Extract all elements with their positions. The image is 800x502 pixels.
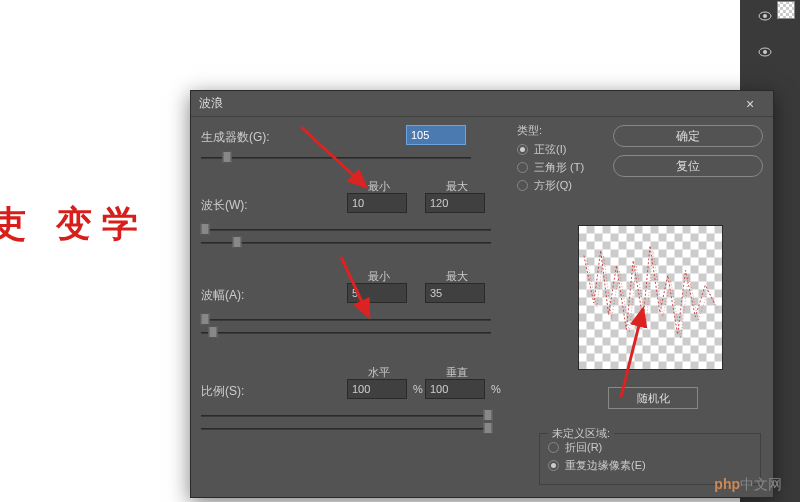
amplitude-min-input[interactable] [347,283,407,303]
generators-slider[interactable] [201,157,471,159]
wavelength-max-label: 最大 [427,179,487,194]
wrap-around-radio[interactable]: 折回(R) [548,440,752,455]
amplitude-max-input[interactable] [425,283,485,303]
scale-label: 比例(S): [201,383,291,400]
scale-v-label: 垂直 [427,365,487,380]
radio-icon [548,442,559,453]
wavelength-slider-bottom[interactable] [201,242,491,244]
randomize-button[interactable]: 随机化 [608,387,698,409]
ok-button[interactable]: 确定 [613,125,763,147]
scale-v-input[interactable] [425,379,485,399]
amplitude-slider-bottom[interactable] [201,332,491,334]
canvas-text: 吏 变学 [0,200,148,249]
repeat-edge-label: 重复边缘像素(E) [565,458,646,473]
repeat-edge-radio[interactable]: 重复边缘像素(E) [548,458,752,473]
wrap-around-label: 折回(R) [565,440,602,455]
generators-label: 生成器数(G): [201,129,291,146]
percent-label: % [413,383,423,395]
amplitude-label: 波幅(A): [201,287,291,304]
scale-h-label: 水平 [349,365,409,380]
layer-thumbnail[interactable] [777,1,795,19]
watermark-cn: 中文网 [740,476,782,492]
wavelength-min-label: 最小 [349,179,409,194]
visibility-icon[interactable] [758,11,772,21]
scale-thumb-h[interactable] [484,409,493,421]
scale-thumb-v[interactable] [484,422,493,434]
generators-input[interactable] [406,125,466,145]
wavelength-max-input[interactable] [425,193,485,213]
radio-icon [517,180,528,191]
reset-button[interactable]: 复位 [613,155,763,177]
radio-icon [517,162,528,173]
amplitude-thumb-min[interactable] [201,313,210,325]
watermark: php中文网 [706,473,790,496]
wavelength-min-input[interactable] [347,193,407,213]
radio-icon [517,144,528,155]
wavelength-slider-top[interactable] [201,229,491,231]
scale-h-input[interactable] [347,379,407,399]
wavelength-thumb-min[interactable] [201,223,210,235]
percent-label: % [491,383,501,395]
dialog-body: 生成器数(G): 最小 最大 波长(W): 最小 最大 波幅(A): 水平 垂直 [191,117,773,497]
svg-point-1 [763,14,767,18]
dialog-titlebar[interactable]: 波浪 × [191,91,773,117]
close-button[interactable]: × [735,94,765,114]
svg-point-3 [763,50,767,54]
amplitude-max-label: 最大 [427,269,487,284]
dialog-title: 波浪 [199,95,735,112]
scale-slider-bottom[interactable] [201,428,491,430]
undefined-legend: 未定义区域: [548,426,614,441]
visibility-icon[interactable] [758,47,772,57]
wavelength-label: 波长(W): [201,197,291,214]
wavelength-thumb-max[interactable] [233,236,242,248]
radio-icon [548,460,559,471]
watermark-php: php [714,476,740,492]
amplitude-min-label: 最小 [349,269,409,284]
preview-box [578,225,723,370]
preview-wave [579,226,722,369]
amplitude-slider-top[interactable] [201,319,491,321]
scale-slider-top[interactable] [201,415,491,417]
wave-dialog: 波浪 × 生成器数(G): 最小 最大 波长(W): 最小 最大 波幅(A): [190,90,774,498]
amplitude-thumb-max[interactable] [209,326,218,338]
generators-slider-thumb[interactable] [223,151,232,163]
